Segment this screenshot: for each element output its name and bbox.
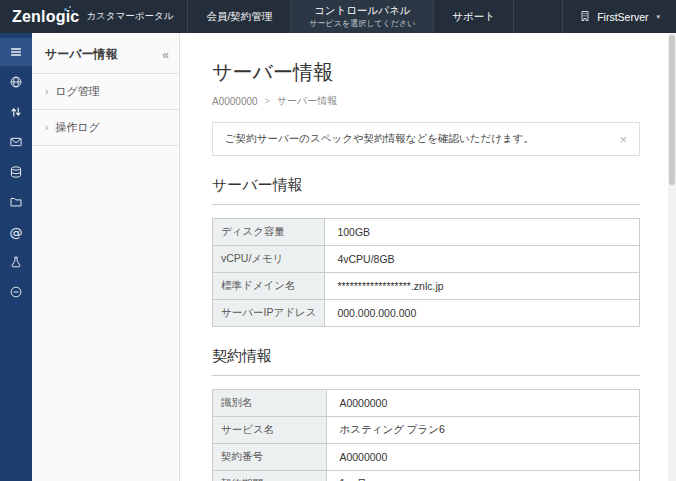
- menu-icon: [9, 45, 23, 59]
- rail-item-mail[interactable]: [0, 128, 32, 156]
- breadcrumb-current: サーバー情報: [277, 94, 337, 108]
- table-row: サーバーIPアドレス 000.000.000.000: [213, 300, 640, 327]
- row-value: 000.000.000.000: [325, 300, 640, 327]
- nav-member-contract[interactable]: 会員/契約管理: [187, 0, 290, 33]
- rail-item-database[interactable]: [0, 158, 32, 186]
- submenu-item-label: 操作ログ: [55, 120, 100, 135]
- table-row: 識別名 A0000000: [213, 390, 640, 417]
- row-value: 4vCPU/8GB: [325, 246, 640, 273]
- icon-rail: @: [0, 33, 32, 481]
- close-icon[interactable]: ×: [609, 133, 627, 146]
- submenu-item-log-management[interactable]: › ログ管理: [32, 74, 179, 110]
- submenu-item-operation-log[interactable]: › 操作ログ: [32, 110, 179, 146]
- submenu-item-label: ログ管理: [55, 84, 100, 99]
- row-label: 識別名: [213, 390, 327, 417]
- rail-item-transfer[interactable]: [0, 98, 32, 126]
- rail-item-globe[interactable]: [0, 68, 32, 96]
- chevron-down-icon: ▾: [656, 13, 660, 21]
- collapse-sidebar-button[interactable]: «: [162, 49, 169, 61]
- breadcrumb: A0000000 > サーバー情報: [212, 94, 640, 108]
- nav-control-panel[interactable]: コントロールパネル サービスを選択してください: [290, 0, 433, 33]
- transfer-arrows-icon: [9, 105, 23, 119]
- row-label: 契約期間: [213, 471, 327, 481]
- logo-dots-icon: [64, 7, 76, 13]
- app-logo[interactable]: Zenlogic カスタマーポータル: [0, 0, 187, 33]
- chevron-right-icon: ›: [45, 123, 48, 133]
- main-content: サーバー情報 A0000000 > サーバー情報 ご契約サーバーのスペックや契約…: [180, 33, 676, 481]
- row-label: vCPU/メモリ: [213, 246, 325, 273]
- nav-control-panel-label: コントロールパネル: [314, 4, 410, 17]
- mail-icon: [9, 135, 23, 149]
- table-row: 契約番号 A0000000: [213, 444, 640, 471]
- account-menu[interactable]: FirstServer ▾: [562, 0, 676, 33]
- scrollbar[interactable]: [668, 33, 676, 481]
- row-label: サービス名: [213, 417, 327, 444]
- building-icon: [579, 10, 591, 24]
- chevron-right-icon: ›: [45, 87, 48, 97]
- rail-item-minus[interactable]: [0, 278, 32, 306]
- server-info-table: ディスク容量 100GB vCPU/メモリ 4vCPU/8GB 標準ドメイン名 …: [212, 218, 640, 327]
- folder-icon: [9, 195, 23, 209]
- section-heading-server-info: サーバー情報: [212, 176, 640, 205]
- scrollbar-thumb[interactable]: [669, 35, 675, 185]
- nav-member-contract-label: 会員/契約管理: [206, 10, 272, 23]
- row-value: 1ヶ月: [327, 471, 640, 481]
- contract-info-table: 識別名 A0000000 サービス名 ホスティング プラン6 契約番号 A000…: [212, 389, 640, 481]
- logo-subtitle: カスタマーポータル: [86, 10, 173, 23]
- row-label: 標準ドメイン名: [213, 273, 325, 300]
- rail-item-flask[interactable]: [0, 248, 32, 276]
- page-title: サーバー情報: [212, 61, 640, 84]
- row-value: ******************.znlc.jp: [325, 273, 640, 300]
- submenu-header: サーバー情報 «: [32, 33, 179, 74]
- breadcrumb-root[interactable]: A0000000: [212, 96, 258, 107]
- globe-icon: [9, 75, 23, 89]
- breadcrumb-separator-icon: >: [265, 96, 270, 106]
- account-name: FirstServer: [597, 11, 648, 23]
- row-value: 100GB: [325, 219, 640, 246]
- row-value: A0000000: [327, 390, 640, 417]
- nav-support-label: サポート: [452, 10, 495, 23]
- table-row: 標準ドメイン名 ******************.znlc.jp: [213, 273, 640, 300]
- nav-support[interactable]: サポート: [433, 0, 514, 33]
- row-label: ディスク容量: [213, 219, 325, 246]
- database-icon: [9, 165, 23, 179]
- minus-circle-icon: [9, 285, 23, 299]
- rail-item-folder[interactable]: [0, 188, 32, 216]
- nav-control-panel-sublabel: サービスを選択してください: [309, 19, 415, 29]
- table-row: ディスク容量 100GB: [213, 219, 640, 246]
- submenu-title: サーバー情報: [45, 46, 118, 63]
- secondary-sidebar: サーバー情報 « › ログ管理 › 操作ログ: [32, 33, 180, 481]
- info-notice: ご契約サーバーのスペックや契約情報などを確認いただけます。 ×: [212, 122, 640, 156]
- row-value: A0000000: [327, 444, 640, 471]
- row-label: サーバーIPアドレス: [213, 300, 325, 327]
- rail-item-menu[interactable]: [0, 38, 32, 66]
- table-row: サービス名 ホスティング プラン6: [213, 417, 640, 444]
- table-row: 契約期間 1ヶ月: [213, 471, 640, 481]
- header-nav: 会員/契約管理 コントロールパネル サービスを選択してください サポート: [187, 0, 514, 33]
- top-header: Zenlogic カスタマーポータル 会員/契約管理 コントロールパネル サービ…: [0, 0, 676, 33]
- rail-item-at[interactable]: @: [0, 218, 32, 246]
- section-heading-contract-info: 契約情報: [212, 347, 640, 376]
- table-row: vCPU/メモリ 4vCPU/8GB: [213, 246, 640, 273]
- notice-text: ご契約サーバーのスペックや契約情報などを確認いただけます。: [225, 132, 534, 146]
- flask-icon: [9, 255, 23, 269]
- row-value: ホスティング プラン6: [327, 417, 640, 444]
- at-icon: @: [10, 226, 23, 239]
- row-label: 契約番号: [213, 444, 327, 471]
